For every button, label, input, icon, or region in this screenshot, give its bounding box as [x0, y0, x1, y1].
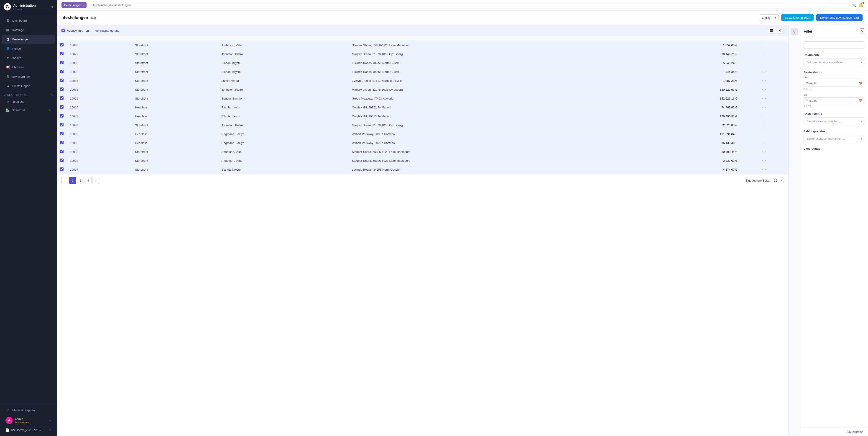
order-id[interactable]: 10055 [67, 85, 132, 94]
row-actions-menu[interactable]: ··· [740, 121, 788, 129]
row-checkbox[interactable] [60, 123, 64, 126]
sidebar-item-marketing[interactable]: 📢 Marketing [2, 63, 55, 72]
notification-bell[interactable]: 🔔 [859, 3, 863, 8]
filter-toggle-button[interactable]: ▽ [790, 28, 798, 35]
order-id[interactable]: 10011 [67, 76, 132, 85]
row-checkbox[interactable] [60, 87, 64, 91]
download-close-icon[interactable]: ✕ [49, 429, 52, 432]
row-actions-menu[interactable]: ··· [740, 41, 788, 50]
sidebar-item-headless[interactable]: ⊙ Headless [2, 97, 55, 106]
order-id[interactable]: 10058 [67, 41, 132, 50]
download-documents-button[interactable]: Dokumente downloaden (Zip) [816, 14, 863, 21]
order-id[interactable]: 10023 [67, 147, 132, 156]
sidebar-item-dashboard[interactable]: ⊞ Dashboard [2, 16, 55, 25]
row-checkbox[interactable] [60, 158, 64, 162]
sidebar-item-inhalte[interactable]: ≡ Inhalte [2, 53, 55, 62]
row-actions-menu[interactable]: ··· [740, 76, 788, 85]
filter-zahlungsstatus-select[interactable]: Zahlungsstatus auswählen ... [804, 135, 864, 142]
next-page-button[interactable]: › [92, 177, 99, 184]
search-input[interactable] [92, 3, 847, 7]
row-checkbox[interactable] [60, 61, 64, 64]
row-actions-menu[interactable]: ··· [740, 94, 788, 103]
order-id[interactable]: 10039 [67, 129, 132, 139]
language-select[interactable]: English [759, 14, 778, 21]
order-id[interactable]: 10032 [67, 67, 132, 76]
order-channel: Storefront [132, 94, 218, 103]
page-2-button[interactable]: 2 [77, 177, 84, 184]
row-actions-menu[interactable]: ··· [740, 129, 788, 139]
sidebar-item-kataloge[interactable]: ▦ Kataloge [2, 25, 55, 34]
row-actions-menu[interactable]: ··· [740, 103, 788, 112]
row-checkbox[interactable] [60, 150, 64, 153]
sidebar-item-erweiterungen[interactable]: 🔌 Erweiterungen [2, 72, 55, 81]
order-id[interactable]: 10012 [67, 139, 132, 147]
search-bar [89, 2, 850, 8]
filter-bestellstatus-select[interactable]: Bestellstatus auswählen ... [804, 118, 864, 125]
row-checkbox[interactable] [60, 114, 64, 118]
row-actions-menu[interactable]: ··· [740, 59, 788, 67]
select-all-checkbox[interactable] [61, 29, 65, 32]
row-checkbox[interactable] [60, 105, 64, 109]
sidebar-item-kunden[interactable]: 👤 Kunden [2, 44, 55, 53]
row-actions-menu[interactable]: ··· [740, 85, 788, 94]
dashboard-icon: ⊞ [5, 18, 10, 23]
sidebar-header: G Administration 6.4.14.0 [0, 0, 57, 14]
filter-search-input[interactable] [804, 41, 864, 49]
row-actions-menu[interactable]: ··· [740, 156, 788, 165]
order-id[interactable]: 10021 [67, 94, 132, 103]
filter-von-input[interactable] [804, 80, 864, 87]
app-name: Administration [13, 4, 36, 7]
filter-close-button[interactable]: ✕ [860, 28, 864, 34]
row-checkbox[interactable] [60, 168, 64, 171]
download-expand-icon[interactable]: ▲ [39, 429, 41, 431]
list-view-button[interactable]: ☰ [768, 28, 775, 33]
filter-bis-input[interactable] [804, 97, 864, 104]
order-customer: Blanda, Krystel [218, 165, 349, 174]
show-all-button[interactable]: Alle anzeigen [846, 430, 864, 433]
sidebar-item-storefront[interactable]: 🏪 Storefront 👁 [2, 106, 55, 114]
collapse-menu-button[interactable]: ◁ Menü einklappen [2, 406, 55, 414]
sidebar-item-label: Marketing [12, 66, 25, 69]
selected-count: 25 [86, 29, 90, 32]
user-menu[interactable]: A admin Administrator ▲ [2, 414, 55, 426]
row-actions-menu[interactable]: ··· [740, 139, 788, 147]
row-checkbox[interactable] [60, 52, 64, 55]
order-id[interactable]: 10017 [67, 165, 132, 174]
search-category-dropdown[interactable]: Bestellungen ▾ [61, 2, 87, 8]
page-1-button[interactable]: 1 [69, 177, 76, 184]
row-actions-menu[interactable]: ··· [740, 50, 788, 59]
row-checkbox[interactable] [60, 70, 64, 73]
row-checkbox[interactable] [60, 79, 64, 82]
sales-channels-label: Verkaufskanäle [4, 94, 29, 96]
topbar-right: 🔔 [859, 3, 863, 8]
row-actions-menu[interactable]: ··· [740, 112, 788, 121]
filter-von-label: Von [804, 76, 864, 79]
row-actions-menu[interactable]: ··· [740, 165, 788, 174]
sidebar-item-label: Kataloge [12, 28, 24, 32]
per-page-select[interactable]: 25 50 100 [772, 178, 784, 183]
row-checkbox[interactable] [60, 96, 64, 100]
order-id[interactable]: 10027 [67, 50, 132, 59]
row-checkbox[interactable] [60, 43, 64, 47]
sidebar-item-bestellungen[interactable]: 🗒 Bestellungen [2, 35, 55, 44]
add-channel-icon[interactable]: ⊕ [51, 93, 54, 96]
order-id[interactable]: 10047 [67, 112, 132, 121]
order-address: Lucinda Roads, 34658 North Gussie [349, 165, 634, 174]
order-customer: Anderson, Vidal [218, 41, 349, 50]
bulk-action-link[interactable]: Mehrfachänderung [94, 29, 119, 32]
order-id[interactable]: 10049 [67, 121, 132, 129]
order-channel: Storefront [132, 67, 218, 76]
prev-page-button[interactable]: ‹ [61, 177, 68, 184]
order-id[interactable]: 10006 [67, 59, 132, 67]
row-checkbox[interactable] [60, 132, 64, 135]
create-order-button[interactable]: Bestellung anlegen [781, 14, 814, 21]
page-3-button[interactable]: 3 [85, 177, 92, 184]
refresh-button[interactable]: ↺ [777, 28, 784, 33]
filter-dokumente-select[interactable]: Dokumentstatus auswählen ... [804, 59, 864, 66]
row-actions-menu[interactable]: ··· [740, 147, 788, 156]
sidebar-item-einstellungen[interactable]: ⚙ Einstellungen [2, 81, 55, 90]
order-id[interactable]: 10010 [67, 103, 132, 112]
order-id[interactable]: 10018 [67, 156, 132, 165]
row-checkbox[interactable] [60, 141, 64, 144]
row-actions-menu[interactable]: ··· [740, 67, 788, 76]
